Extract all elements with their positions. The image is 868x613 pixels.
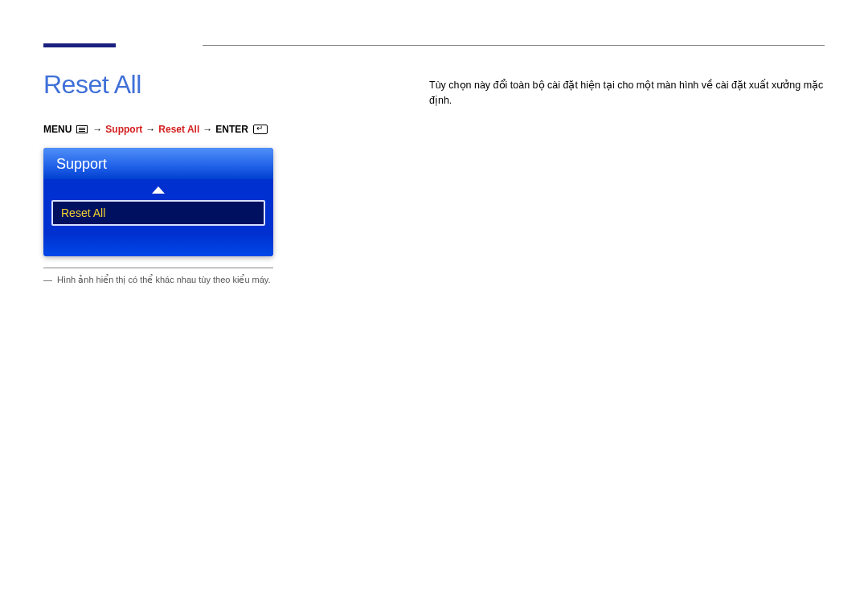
osd-header: Support [43,148,273,179]
footnote-dash: ― [43,275,52,285]
osd-panel: Support Reset All [43,148,273,256]
enter-icon [253,125,268,134]
chevron-up-icon [152,186,165,194]
header-divider [203,45,825,46]
osd-item-reset-all[interactable]: Reset All [51,200,265,226]
breadcrumb-enter: ENTER [215,124,248,135]
breadcrumb: MENU → Support → Reset All → ENTER [43,124,397,135]
top-accent-bar [43,43,116,47]
breadcrumb-arrow: → [92,124,102,135]
footnote-text: Hình ảnh hiển thị có thể khác nhau tùy t… [57,275,271,285]
breadcrumb-arrow: → [145,124,155,135]
breadcrumb-support: Support [105,124,142,135]
sub-divider [43,268,273,268]
breadcrumb-menu: MENU [43,124,72,135]
breadcrumb-arrow: → [203,124,212,135]
description-text: Tùy chọn này đổi toàn bộ cài đặt hiện tạ… [429,78,825,108]
page-title: Reset All [43,70,397,100]
osd-bottom-pad [43,234,273,256]
menu-icon [76,125,88,133]
footnote: ― Hình ảnh hiển thị có thể khác nhau tùy… [43,275,397,285]
breadcrumb-reset-all: Reset All [158,124,199,135]
osd-caret-up-row[interactable] [43,179,273,198]
